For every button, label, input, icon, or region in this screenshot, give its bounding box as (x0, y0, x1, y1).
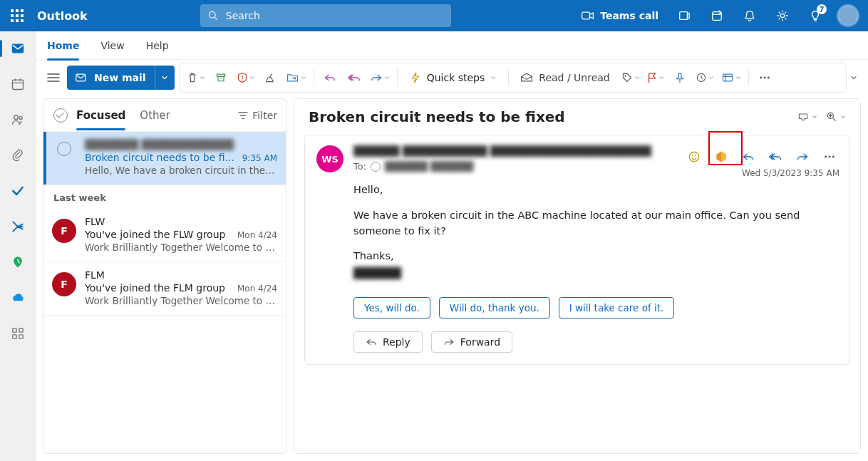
svg-rect-19 (723, 74, 732, 81)
rail-people-button[interactable] (4, 105, 32, 134)
ellipsis-icon (824, 155, 835, 159)
folder-pane-toggle[interactable] (41, 63, 66, 93)
new-mail-button[interactable]: New mail (67, 66, 175, 90)
quick-steps-button[interactable]: Quick steps (402, 71, 505, 85)
message-time: Mon 4/24 (237, 230, 277, 240)
reading-title: Broken circuit needs to be fixed (309, 108, 789, 125)
message-list-item[interactable]: F FLM You've joined the FLM group Mon 4/… (43, 262, 286, 316)
tab-view[interactable]: View (100, 31, 124, 60)
meet-now-button[interactable] (668, 0, 700, 31)
top-actions: Teams call 7 (573, 0, 864, 31)
avatar-icon (837, 5, 859, 26)
svg-point-27 (825, 156, 827, 158)
reply-button[interactable] (319, 66, 341, 89)
app-launcher-button[interactable] (0, 0, 34, 31)
teams-call-button[interactable]: Teams call (573, 0, 667, 31)
settings-button[interactable] (767, 0, 798, 31)
forward-button-large[interactable]: Forward (431, 331, 512, 353)
svg-rect-11 (12, 328, 16, 332)
tab-home[interactable]: Home (47, 31, 79, 60)
rail-more-apps-button[interactable] (4, 319, 32, 348)
collapse-ribbon-button[interactable] (847, 74, 861, 81)
suggested-reply-3[interactable]: I will take care of it. (559, 297, 675, 318)
reply-icon-button[interactable] (737, 145, 760, 168)
message-subject: You've joined the FLW group (85, 229, 230, 240)
quick-steps-label: Quick steps (427, 72, 485, 83)
message-card: WS ██████ ███████████ ██████████████████… (304, 135, 850, 365)
more-actions-button[interactable] (818, 145, 841, 168)
print-button[interactable] (718, 66, 744, 89)
zoom-button[interactable] (826, 111, 846, 123)
svg-rect-16 (217, 74, 224, 76)
message-list-pane: Focused Other Filter ███████ ███████████… (43, 98, 286, 454)
chevron-down-icon (708, 75, 714, 81)
svg-point-9 (14, 115, 17, 119)
flag-button[interactable] (644, 66, 667, 89)
more-ribbon-button[interactable] (753, 66, 776, 89)
svg-point-28 (829, 156, 831, 158)
account-button[interactable] (832, 0, 864, 31)
new-mail-main[interactable]: New mail (67, 66, 155, 90)
pivot-other[interactable]: Other (140, 109, 170, 122)
rail-mail-button[interactable] (4, 34, 32, 63)
rail-files-button[interactable] (4, 141, 32, 170)
move-to-button[interactable] (284, 66, 309, 89)
notifications-button[interactable] (734, 0, 765, 31)
filter-icon (238, 111, 248, 120)
my-day-button[interactable] (701, 0, 733, 31)
top-bar: Outlook Search Teams call 7 (0, 0, 868, 31)
message-list-item[interactable]: ███████ ████████████ Broken circuit need… (43, 132, 286, 185)
reactions-button[interactable] (683, 145, 706, 168)
teams-call-label: Teams call (600, 10, 658, 21)
rail-calendar-button[interactable] (4, 70, 32, 98)
new-mail-dropdown[interactable] (155, 66, 175, 90)
svg-line-1 (215, 17, 217, 19)
suggested-reply-1[interactable]: Yes, will do. (353, 297, 430, 318)
filter-button[interactable]: Filter (238, 110, 277, 121)
message-list-item[interactable]: F FLW You've joined the FLW group Mon 4/… (43, 209, 286, 262)
rail-onedrive-button[interactable] (4, 284, 32, 312)
conversation-expander[interactable] (797, 111, 817, 123)
svg-point-29 (832, 156, 835, 158)
reply-button-large[interactable]: Reply (353, 331, 423, 353)
rail-bookings-button[interactable] (4, 248, 32, 276)
categorize-button[interactable] (619, 66, 643, 89)
archive-icon (215, 72, 227, 83)
pin-icon (675, 72, 685, 83)
reply-icon (742, 152, 755, 162)
tab-help[interactable]: Help (146, 31, 169, 60)
forward-button[interactable] (367, 66, 393, 89)
reply-all-icon-button[interactable] (764, 145, 787, 168)
forward-icon-button[interactable] (791, 145, 814, 168)
people-icon (11, 113, 25, 127)
snooze-button[interactable] (693, 66, 717, 89)
mail-p3: Thanks, (353, 249, 832, 264)
svg-point-21 (763, 77, 765, 79)
suggested-reply-2[interactable]: Will do, thank you. (439, 297, 550, 318)
pin-button[interactable] (668, 66, 691, 89)
message-select-circle[interactable] (57, 142, 71, 156)
rail-todo-button[interactable] (4, 177, 32, 205)
read-unread-label: Read / Unread (539, 72, 609, 83)
select-all-toggle[interactable] (53, 108, 68, 123)
read-unread-button[interactable]: Read / Unread (513, 72, 616, 83)
chevron-down-icon (161, 74, 168, 81)
tabs-row: Home View Help (36, 31, 868, 60)
archive-button[interactable] (210, 66, 232, 89)
reply-all-button[interactable] (343, 66, 366, 89)
search-input[interactable]: Search (200, 4, 451, 27)
addin-button[interactable] (710, 145, 733, 168)
brand-label: Outlook (34, 9, 93, 23)
tips-button[interactable]: 7 (800, 0, 831, 31)
chevron-down-icon (658, 75, 664, 81)
mail-plus-icon (76, 72, 88, 83)
tag-icon (621, 72, 633, 83)
waffle-icon (11, 9, 24, 22)
rail-yammer-button[interactable] (4, 212, 32, 241)
sweep-button[interactable] (259, 66, 282, 89)
delete-button[interactable] (184, 66, 208, 89)
message-preview: Work Brilliantly Together Welcome to t..… (85, 295, 277, 306)
report-button[interactable] (234, 66, 258, 89)
pivot-focused[interactable]: Focused (76, 109, 125, 122)
filter-label: Filter (252, 110, 277, 121)
